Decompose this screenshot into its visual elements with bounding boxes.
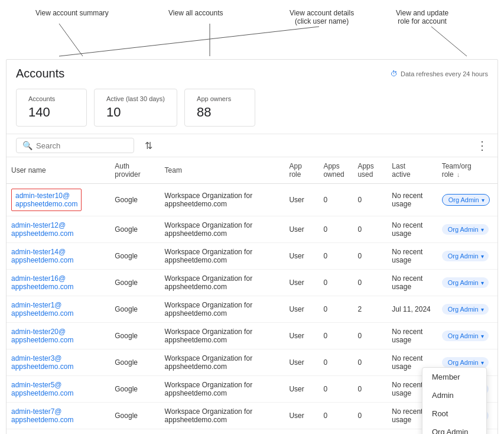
auth-cell: Google [110, 403, 160, 429]
appsowned-cell: 0 [318, 216, 353, 243]
auth-cell: Google [110, 429, 160, 435]
appsowned-cell: 0 [318, 184, 353, 216]
role-dropdown-menu: MemberAdminRootOrg Admin [422, 367, 487, 434]
stat-label-0: Accounts [28, 95, 74, 102]
teamrole-cell: Org Admin ▾ [437, 216, 498, 243]
auth-cell: Google [110, 376, 160, 403]
username-cell[interactable]: admin-tester1@appsheetdemo.com [11, 301, 73, 318]
appsowned-cell: 0 [318, 376, 353, 403]
username-cell[interactable]: admin-tester12@appsheetdemo.com [11, 221, 73, 238]
search-bar-row: 🔍 ⇅ ⋮ [6, 134, 498, 157]
appsowned-cell: 0 [318, 403, 353, 429]
annotations-area: View account summary View all accounts V… [0, 6, 504, 59]
refresh-label: Data refreshes every 24 hours [401, 70, 488, 77]
chevron-down-icon: ▾ [481, 226, 484, 233]
approle-cell: User [284, 216, 318, 243]
team-cell: Workspace Organization forappsheetdemo.c… [160, 270, 285, 296]
approle-cell: User [284, 403, 318, 429]
team-cell: Workspace Organization forappsheetdemo.c… [160, 216, 285, 243]
col-header-appsused: Appsused [353, 157, 387, 184]
page-title: Accounts [16, 67, 64, 80]
dropdown-item-org admin[interactable]: Org Admin [422, 423, 486, 434]
lastactive-cell: No recentusage [387, 216, 437, 243]
org-admin-badge[interactable]: Org Admin ▾ [442, 194, 490, 206]
org-admin-badge[interactable]: Org Admin ▾ [442, 331, 489, 341]
stat-label-2: App owners [197, 95, 243, 102]
appsused-cell: 2 [353, 296, 387, 323]
stat-label-1: Active (last 30 days) [106, 95, 165, 102]
dropdown-item-member[interactable]: Member [422, 368, 486, 386]
appsused-cell: 0 [353, 270, 387, 296]
approle-cell: User [284, 243, 318, 270]
chevron-down-icon: ▾ [481, 333, 484, 339]
filter-icon[interactable]: ⇅ [145, 140, 152, 151]
ann-view-update: View and updaterole for account [396, 9, 448, 25]
stat-value-2: 88 [197, 105, 243, 120]
col-header-auth: Authprovider [110, 157, 160, 184]
chevron-down-icon: ▾ [481, 359, 484, 366]
username-cell[interactable]: admin-tester14@appsheetdemo.com [11, 248, 73, 264]
username-cell[interactable]: admin-tester3@appsheetdemo.com [11, 354, 73, 371]
col-header-teamrole: Team/orgrole ↓ [437, 157, 498, 184]
approle-cell: User [284, 296, 318, 323]
dropdown-item-admin[interactable]: Admin [422, 386, 486, 404]
col-header-team: Team [160, 157, 285, 184]
appsused-cell: 11 [353, 429, 387, 435]
svg-line-2 [59, 27, 319, 56]
auth-cell: Google [110, 296, 160, 323]
teamrole-cell: Org Admin ▾ [437, 323, 498, 349]
table-row: admin-tester1@appsheetdemo.comGoogleWork… [6, 296, 498, 323]
teamrole-cell: Org Admin ▾ [437, 184, 498, 216]
org-admin-badge[interactable]: Org Admin ▾ [442, 251, 489, 261]
table-header: User name Authprovider Team Approle Apps… [6, 157, 498, 184]
auth-cell: Google [110, 216, 160, 243]
username-cell[interactable]: admin-tester5@appsheetdemo.com [11, 381, 73, 397]
chevron-down-icon: ▾ [481, 253, 484, 260]
stat-card-2: App owners 88 [184, 89, 255, 127]
approle-cell: User [284, 184, 318, 216]
search-input-wrap[interactable]: 🔍 [16, 138, 134, 153]
username-cell[interactable]: admin-tester7@appsheetdemo.com [11, 407, 73, 424]
appsowned-cell: 0 [318, 296, 353, 323]
stat-value-0: 140 [28, 105, 74, 120]
username-cell[interactable]: admin-tester16@appsheetdemo.com [11, 274, 73, 291]
refresh-icon: ⏱ [390, 70, 398, 78]
teamrole-cell: Org Admin ▾ [437, 270, 498, 296]
appsowned-cell: 0 [318, 349, 353, 376]
org-admin-badge[interactable]: Org Admin ▾ [442, 224, 489, 235]
appsused-cell: 0 [353, 323, 387, 349]
org-admin-badge[interactable]: Org Admin ▾ [442, 304, 489, 315]
stat-value-1: 10 [106, 105, 165, 120]
dropdown-item-root[interactable]: Root [422, 404, 486, 423]
approle-cell: User [284, 323, 318, 349]
teamrole-cell: Org Admin ▾ [437, 296, 498, 323]
team-cell: Workspace Organization forappsheetdemo.c… [160, 349, 285, 376]
username-cell[interactable]: admin-tester10@appsheetdemo.com [11, 189, 82, 211]
appsused-cell: 0 [353, 403, 387, 429]
col-header-appsowned: Appsowned [318, 157, 353, 184]
appsowned-cell: 71 [318, 429, 353, 435]
org-admin-badge[interactable]: Org Admin ▾ [442, 277, 489, 288]
approle-cell: User [284, 349, 318, 376]
ann-view-all: View all accounts [168, 9, 223, 17]
auth-cell: Google [110, 349, 160, 376]
team-cell: Workspace Organization forappsheetdemo.c… [160, 376, 285, 403]
team-cell: Workspace Organization forappsheetdemo.c… [160, 184, 285, 216]
appsused-cell: 0 [353, 184, 387, 216]
username-cell[interactable]: admin-tester20@appsheetdemo.com [11, 328, 73, 344]
stats-row: Accounts 140Active (last 30 days) 10App … [6, 84, 498, 134]
ann-view-summary: View account summary [35, 9, 109, 17]
team-cell: Workspace Organization forappsheetdemo.c… [160, 403, 285, 429]
col-header-approle: Approle [284, 157, 318, 184]
sort-arrow: ↓ [457, 171, 460, 178]
search-input[interactable] [36, 141, 119, 150]
lastactive-cell: No recentusage [387, 184, 437, 216]
org-admin-badge[interactable]: Org Admin ▾ [442, 357, 489, 368]
stat-card-0: Accounts 140 [16, 89, 87, 127]
more-options-icon[interactable]: ⋮ [476, 138, 488, 153]
auth-cell: Google [110, 184, 160, 216]
svg-line-3 [431, 27, 467, 56]
lastactive-cell: No recentusage [387, 243, 437, 270]
teamrole-cell: Org Admin ▾ [437, 243, 498, 270]
team-cell: Workspace Organization forappsheetdemo.c… [160, 323, 285, 349]
